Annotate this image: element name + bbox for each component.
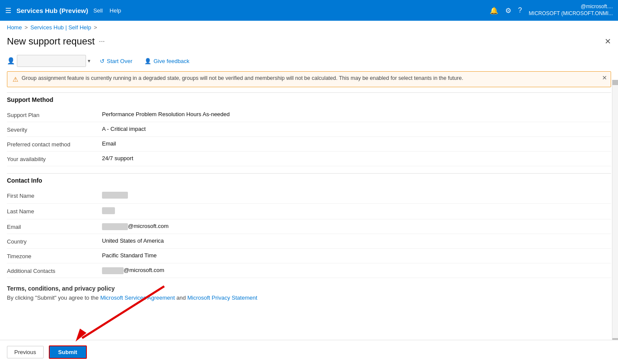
group-dropdown[interactable] xyxy=(17,55,86,67)
last-name-label: Last Name xyxy=(7,207,102,215)
contact-info-section-header: Contact Info xyxy=(7,173,611,188)
terms-link-services-agreement[interactable]: Microsoft Services Agreement xyxy=(100,294,175,301)
first-name-label: First Name xyxy=(7,192,102,199)
user-email: @microsoft.... xyxy=(529,3,613,10)
help-icon[interactable]: ? xyxy=(518,6,522,14)
group-icon: 👤 xyxy=(7,57,15,65)
banner-close-button[interactable]: ✕ xyxy=(602,74,607,81)
bell-icon[interactable]: 🔔 xyxy=(490,6,498,15)
breadcrumb-sep2: > xyxy=(94,24,97,31)
terms-prefix: By clicking "Submit" you agree to the xyxy=(7,294,100,301)
email-row: Email @microsoft.com xyxy=(7,219,611,234)
support-plan-value: Performance Problem Resolution Hours As-… xyxy=(102,111,230,117)
nav-sell[interactable]: Sell xyxy=(93,7,103,14)
email-label: Email xyxy=(7,223,102,230)
contact-method-value: Email xyxy=(102,140,116,147)
country-row: Country United States of America xyxy=(7,234,611,249)
scrollbar[interactable] xyxy=(612,80,618,339)
contact-method-label: Preferred contact method xyxy=(7,140,102,148)
severity-label: Severity xyxy=(7,126,102,133)
topbar: ☰ Services Hub (Preview) Sell Help 🔔 ⚙ ?… xyxy=(0,0,618,21)
ellipsis-button[interactable]: ··· xyxy=(99,38,105,45)
terms-link-privacy-statement[interactable]: Microsoft Privacy Statement xyxy=(188,294,258,301)
last-name-row: Last Name xyxy=(7,204,611,219)
support-plan-row: Support Plan Performance Problem Resolut… xyxy=(7,108,611,122)
content-area: Support Method Support Plan Performance … xyxy=(0,92,618,339)
breadcrumb-home[interactable]: Home xyxy=(7,24,22,31)
close-button[interactable]: ✕ xyxy=(605,37,611,46)
warning-banner: ⚠ Group assignment feature is currently … xyxy=(7,71,611,87)
availability-value: 24/7 support xyxy=(102,155,133,161)
scroll-thumb-top[interactable] xyxy=(612,80,618,85)
feedback-icon: 👤 xyxy=(144,58,151,64)
terms-section: Terms, conditions, and privacy policy By… xyxy=(7,278,611,304)
chevron-down-icon[interactable]: ▾ xyxy=(88,58,90,64)
first-name-value xyxy=(102,192,128,200)
availability-row: Your availability 24/7 support xyxy=(7,152,611,166)
availability-label: Your availability xyxy=(7,155,102,162)
last-name-value xyxy=(102,207,115,215)
nav-links: Sell Help xyxy=(93,7,121,14)
country-label: Country xyxy=(7,237,102,245)
toolbar: 👤 ▾ ↺ Start Over 👤 Give feedback xyxy=(0,52,618,71)
breadcrumb: Home > Services Hub | Self Help > xyxy=(0,21,618,34)
gear-icon[interactable]: ⚙ xyxy=(505,6,511,15)
give-feedback-label: Give feedback xyxy=(153,58,189,64)
additional-contacts-label: Additional Contacts xyxy=(7,267,102,274)
timezone-label: Timezone xyxy=(7,252,102,260)
refresh-icon: ↺ xyxy=(100,58,105,64)
app-title: Services Hub (Preview) xyxy=(16,7,88,14)
nav-help[interactable]: Help xyxy=(110,7,121,14)
terms-text: By clicking "Submit" you agree to the Mi… xyxy=(7,294,611,301)
give-feedback-button[interactable]: 👤 Give feedback xyxy=(142,56,192,66)
group-selector[interactable]: 👤 ▾ xyxy=(7,55,90,67)
terms-middle: and xyxy=(175,294,188,301)
warning-text: Group assignment feature is currently ru… xyxy=(22,75,463,81)
page-title: New support request xyxy=(7,36,95,47)
scroll-thumb-bottom[interactable] xyxy=(612,338,618,339)
user-account[interactable]: @microsoft.... MICROSOFT (MICROSOFT.ONMI… xyxy=(529,3,613,17)
start-over-button[interactable]: ↺ Start Over xyxy=(97,56,135,66)
user-tenant: MICROSOFT (MICROSOFT.ONMI... xyxy=(529,10,613,17)
additional-contacts-row: Additional Contacts @microsoft.com xyxy=(7,263,611,278)
contact-method-row: Preferred contact method Email xyxy=(7,137,611,152)
severity-value: A - Critical impact xyxy=(102,126,146,132)
timezone-value: Pacific Standard Time xyxy=(102,252,156,259)
page-header: New support request ··· ✕ xyxy=(0,34,618,52)
breadcrumb-sep1: > xyxy=(25,24,28,31)
breadcrumb-services-hub[interactable]: Services Hub | Self Help xyxy=(30,24,91,31)
support-plan-label: Support Plan xyxy=(7,111,102,118)
hamburger-icon[interactable]: ☰ xyxy=(5,6,11,15)
timezone-row: Timezone Pacific Standard Time xyxy=(7,249,611,263)
additional-contacts-value: @microsoft.com xyxy=(102,267,164,274)
start-over-label: Start Over xyxy=(107,58,132,64)
first-name-row: First Name xyxy=(7,188,611,204)
severity-row: Severity A - Critical impact xyxy=(7,122,611,137)
warning-icon: ⚠ xyxy=(13,76,18,83)
terms-title: Terms, conditions, and privacy policy xyxy=(7,285,611,292)
email-value: @microsoft.com xyxy=(102,223,169,230)
support-method-section-header: Support Method xyxy=(7,92,611,108)
country-value: United States of America xyxy=(102,237,164,244)
